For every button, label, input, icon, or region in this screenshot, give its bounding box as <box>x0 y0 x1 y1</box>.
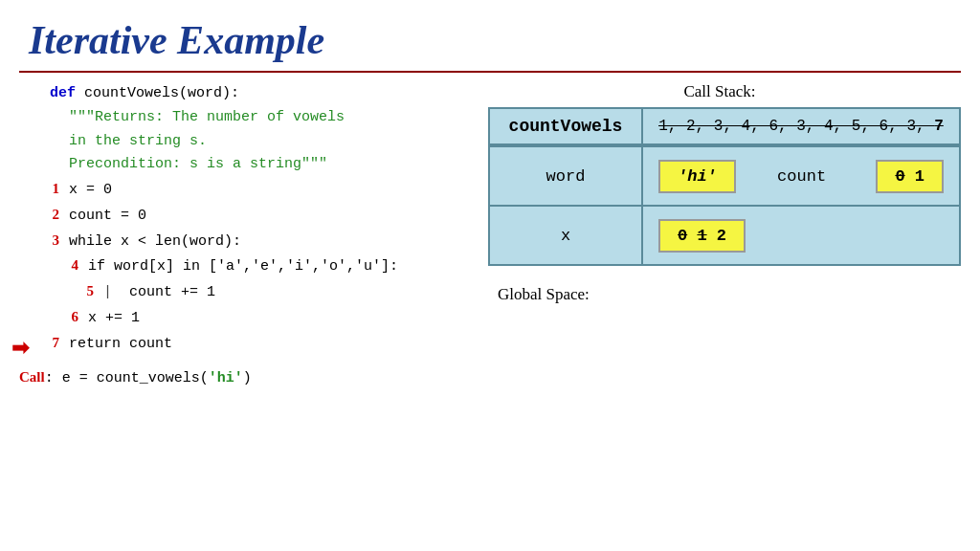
code-panel: def countVowels(word): """Returns: The n… <box>19 82 459 386</box>
code-line-5: 5 | count += 1 <box>19 279 459 305</box>
count-value-box: 0 1 <box>876 160 944 193</box>
word-value-box: 'hi' <box>658 160 736 193</box>
word-row: word 'hi' count 0 1 <box>490 145 959 205</box>
code-line-4: 4 if word[x] in ['a','e','i','o','u']: <box>19 253 459 279</box>
arrow-indicator: ➡ <box>11 331 29 365</box>
code-line-doc2: in the string s. <box>19 130 459 154</box>
code-line-1: 1 x = 0 <box>19 177 459 203</box>
stack-panel: Call Stack: countVowels 1, 2, 3, 4, 6, 3… <box>488 82 961 386</box>
code-line-def: def countVowels(word): <box>19 82 459 106</box>
fn-name: countVowels <box>490 109 643 143</box>
page-title: Iterative Example <box>0 0 980 63</box>
call-stack-label: Call Stack: <box>488 82 961 101</box>
code-line-6: 6 x += 1 <box>19 305 459 331</box>
count-var-label: count <box>777 167 835 186</box>
stack-iterations: 1, 2, 3, 4, 6, 3, 4, 5, 6, 3, 7 <box>643 109 959 143</box>
stack-header-row: countVowels 1, 2, 3, 4, 6, 3, 4, 5, 6, 3… <box>490 109 959 145</box>
code-line-doc1: """Returns: The number of vowels <box>19 106 459 130</box>
code-line-7: ➡ 7 return count <box>19 331 459 357</box>
call-line: Call: e = count_vowels('hi') <box>19 369 459 386</box>
x-value-box: 0 1 2 <box>658 219 746 253</box>
x-row: x 0 1 2 <box>490 205 959 264</box>
code-line-doc3: Precondition: s is a string""" <box>19 153 459 177</box>
stack-table: countVowels 1, 2, 3, 4, 6, 3, 4, 5, 6, 3… <box>488 107 961 266</box>
x-var-label: x <box>490 207 643 264</box>
code-line-3: 3 while x < len(word): <box>19 229 459 254</box>
global-space-label: Global Space: <box>488 285 961 304</box>
word-var-label: word <box>490 147 643 205</box>
code-line-2: 2 count = 0 <box>19 203 459 229</box>
